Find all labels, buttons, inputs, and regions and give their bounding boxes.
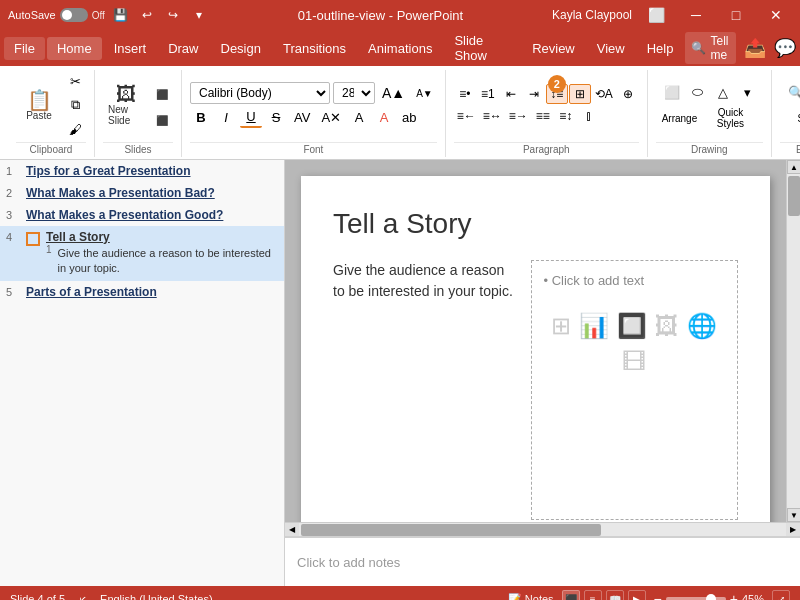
- smart-art-button[interactable]: ⊕: [617, 84, 639, 104]
- underline-button[interactable]: U: [240, 106, 262, 128]
- font-size-select[interactable]: 28: [333, 82, 375, 104]
- notes-bar[interactable]: Click to add notes: [285, 536, 800, 586]
- scroll-up-button[interactable]: ▲: [787, 160, 800, 174]
- menu-view[interactable]: View: [587, 37, 635, 60]
- slide-item-4[interactable]: 4 Tell a Story 1 Give the audience a rea…: [0, 226, 284, 281]
- ribbon-toggle-icon[interactable]: ⬜: [640, 0, 672, 30]
- fit-to-window-button[interactable]: ⤢: [772, 590, 790, 600]
- search-container[interactable]: 🔍 Tell me: [685, 32, 736, 64]
- canvas-scroll[interactable]: Tell a Story Give the audience a reason …: [285, 160, 786, 522]
- slideshow-view-button[interactable]: ▶: [628, 590, 646, 600]
- shape-btn-4[interactable]: ▾: [737, 81, 759, 103]
- maximize-button[interactable]: □: [720, 0, 752, 30]
- text-align-extra[interactable]: ≡↕: [555, 106, 577, 126]
- arrange-btn[interactable]: Arrange: [660, 107, 699, 129]
- h-scroll-thumb[interactable]: [301, 524, 601, 536]
- shape-btn-2[interactable]: ⬭: [687, 81, 709, 103]
- zoom-slider-thumb[interactable]: [706, 594, 716, 600]
- close-button[interactable]: ✕: [760, 0, 792, 30]
- menu-home[interactable]: Home: [47, 37, 102, 60]
- picture-icon[interactable]: 🖼: [655, 312, 679, 340]
- cut-button[interactable]: ✂: [64, 70, 86, 92]
- shape-btn-1[interactable]: ⬜: [660, 81, 684, 103]
- scroll-right-button[interactable]: ▶: [786, 523, 800, 537]
- strikethrough-button[interactable]: S: [265, 106, 287, 128]
- menu-slideshow[interactable]: Slide Show: [444, 29, 520, 67]
- find-button[interactable]: 🔍: [784, 81, 800, 103]
- menu-draw[interactable]: Draw: [158, 37, 208, 60]
- menu-design[interactable]: Design: [211, 37, 271, 60]
- chart-icon[interactable]: 📊: [579, 312, 609, 340]
- autosave-toggle[interactable]: [60, 8, 88, 22]
- bullet-list-button[interactable]: ≡•: [454, 84, 476, 104]
- font-color-button[interactable]: A: [373, 106, 395, 128]
- canvas-right-placeholder[interactable]: • Click to add text ⊞ 📊 🔲 🖼 🌐 🎞: [531, 260, 739, 520]
- redo-button[interactable]: ↪: [163, 5, 183, 25]
- new-slide-button[interactable]: 🖼 New Slide: [103, 77, 149, 133]
- scroll-left-button[interactable]: ◀: [285, 523, 299, 537]
- comments-icon[interactable]: 💬: [774, 37, 796, 59]
- reading-view-button[interactable]: 📖: [606, 590, 624, 600]
- menu-help[interactable]: Help: [637, 37, 684, 60]
- video-icon[interactable]: 🎞: [622, 348, 646, 376]
- menu-insert[interactable]: Insert: [104, 37, 157, 60]
- canvas-slide-title[interactable]: Tell a Story: [333, 208, 738, 240]
- font-name-select[interactable]: Calibri (Body): [190, 82, 330, 104]
- highlight-color-button[interactable]: ab: [398, 106, 420, 128]
- outline-view-button[interactable]: ≡: [584, 590, 602, 600]
- bold-button[interactable]: B: [190, 106, 212, 128]
- share-icon[interactable]: 📤: [744, 37, 766, 59]
- slide-4-body-text[interactable]: Give the audience a reason to be interes…: [58, 246, 278, 277]
- save-button[interactable]: 💾: [111, 5, 131, 25]
- italic-button[interactable]: I: [215, 106, 237, 128]
- font-size-decrease[interactable]: A▼: [412, 82, 437, 104]
- table-icon[interactable]: ⊞: [551, 312, 571, 340]
- zoom-minus-button[interactable]: −: [654, 591, 662, 600]
- font-size-increase[interactable]: A▲: [378, 82, 409, 104]
- align-center-button[interactable]: ≡↔: [480, 106, 505, 126]
- customize-button[interactable]: ▾: [189, 5, 209, 25]
- slide-layout-btn[interactable]: ⬛: [151, 83, 173, 105]
- minimize-button[interactable]: ─: [680, 0, 712, 30]
- normal-view-button[interactable]: ⬛: [562, 590, 580, 600]
- increase-indent-button[interactable]: ⇥: [523, 84, 545, 104]
- clear-format-button[interactable]: A✕: [317, 106, 345, 128]
- text-shadow-button[interactable]: A: [348, 106, 370, 128]
- accessibility-icon[interactable]: 🗸: [77, 593, 88, 600]
- column-extra[interactable]: ⫿: [578, 106, 600, 126]
- canvas-left-content[interactable]: Give the audience a reason to be interes…: [333, 260, 515, 520]
- autosave-control[interactable]: AutoSave Off: [8, 8, 105, 22]
- columns-button[interactable]: ⊞: [569, 84, 591, 104]
- paste-button[interactable]: 📋 Paste: [16, 77, 62, 133]
- slide-item-1[interactable]: 1 Tips for a Great Presentation: [0, 160, 284, 182]
- slide-item-2[interactable]: 2 What Makes a Presentation Bad?: [0, 182, 284, 204]
- line-spacing-button[interactable]: ↕≡ 2: [546, 84, 568, 104]
- scroll-thumb[interactable]: [788, 176, 800, 216]
- slide-item-5[interactable]: 5 Parts of a Presentation: [0, 281, 284, 303]
- h-scroll-track[interactable]: [299, 523, 786, 537]
- menu-review[interactable]: Review: [522, 37, 585, 60]
- horizontal-scrollbar[interactable]: ◀ ▶: [285, 522, 800, 536]
- align-left-button[interactable]: ≡←: [454, 106, 479, 126]
- shape-btn-3[interactable]: △: [712, 81, 734, 103]
- decrease-indent-button[interactable]: ⇤: [500, 84, 522, 104]
- scroll-track[interactable]: [787, 174, 800, 508]
- numbered-list-button[interactable]: ≡1: [477, 84, 499, 104]
- text-direction-button[interactable]: ⟲A: [592, 84, 616, 104]
- menu-animations[interactable]: Animations: [358, 37, 442, 60]
- online-pic-icon[interactable]: 🌐: [687, 312, 717, 340]
- quick-styles-btn[interactable]: Quick Styles: [702, 107, 759, 129]
- undo-button[interactable]: ↩: [137, 5, 157, 25]
- char-spacing-button[interactable]: AV: [290, 106, 314, 128]
- smartart-icon[interactable]: 🔲: [617, 312, 647, 340]
- slide-section-btn[interactable]: ⬛: [151, 109, 173, 131]
- format-painter-button[interactable]: 🖌: [64, 118, 86, 140]
- vertical-scrollbar[interactable]: ▲ ▼: [786, 160, 800, 522]
- menu-file[interactable]: File: [4, 37, 45, 60]
- menu-transitions[interactable]: Transitions: [273, 37, 356, 60]
- slide-item-3[interactable]: 3 What Makes a Presentation Good?: [0, 204, 284, 226]
- justify-button[interactable]: ≡≡: [532, 106, 554, 126]
- notes-button[interactable]: 📝 Notes: [508, 593, 554, 601]
- align-right-button[interactable]: ≡→: [506, 106, 531, 126]
- zoom-plus-button[interactable]: +: [730, 591, 738, 600]
